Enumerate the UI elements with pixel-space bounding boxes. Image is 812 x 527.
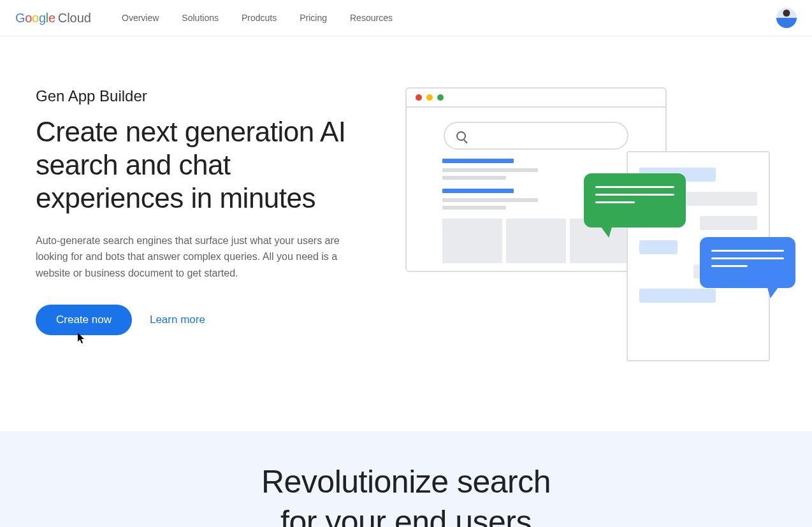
google-wordmark: Google — [15, 11, 55, 25]
nav-solutions[interactable]: Solutions — [182, 13, 219, 23]
site-header: Google Cloud Overview Solutions Prodcuts… — [0, 0, 812, 36]
primary-nav: Overview Solutions Prodcuts Pricing Reso… — [122, 13, 393, 23]
illustration-search-bar — [444, 122, 628, 150]
learn-more-link[interactable]: Learn more — [150, 314, 205, 326]
hero-content: Gen App Builder Create next generation A… — [36, 87, 380, 368]
section-title-line2: for your end users — [280, 504, 532, 528]
avatar[interactable] — [776, 8, 797, 28]
hero-section: Gen App Builder Create next generation A… — [0, 36, 812, 431]
hero-illustration — [405, 87, 776, 368]
nav-products[interactable]: Prodcuts — [242, 13, 277, 23]
brand-logo[interactable]: Google Cloud — [15, 11, 91, 25]
cloud-label: Cloud — [58, 11, 91, 25]
chat-bubble-icon — [584, 173, 686, 227]
hero-eyebrow: Gen App Builder — [36, 87, 380, 105]
hero-description: Auto-generate search engines that surfac… — [36, 233, 354, 282]
window-minimize-icon — [426, 94, 433, 101]
hero-title: Create next generation AI search and cha… — [36, 115, 380, 215]
create-now-button[interactable]: Create now — [36, 305, 132, 335]
browser-chrome — [407, 89, 665, 108]
window-maximize-icon — [437, 94, 444, 101]
section-title-line1: Revolutionize search — [261, 464, 551, 500]
section-title: Revolutionize search for your end users — [15, 462, 797, 527]
chat-bubble-icon — [700, 237, 795, 288]
nav-resources[interactable]: Resources — [350, 13, 393, 23]
revolutionize-section: Revolutionize search for your end users … — [0, 431, 812, 527]
cta-row: Create now Learn more — [36, 305, 380, 335]
nav-overview[interactable]: Overview — [122, 13, 159, 23]
window-close-icon — [416, 94, 422, 101]
search-icon — [456, 131, 466, 141]
nav-pricing[interactable]: Pricing — [300, 13, 327, 23]
